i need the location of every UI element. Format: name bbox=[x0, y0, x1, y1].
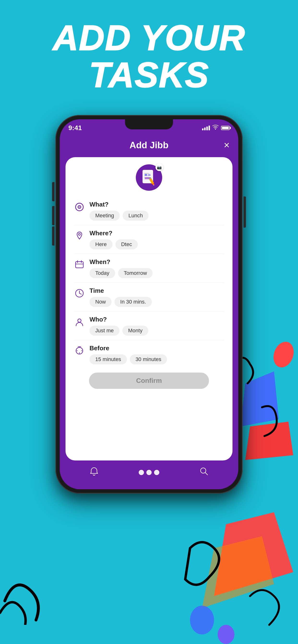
before-icon bbox=[74, 344, 85, 356]
when-label: When? bbox=[89, 258, 224, 266]
chip-here[interactable]: Here bbox=[89, 239, 112, 250]
where-content: Where? Here Dtec bbox=[89, 230, 224, 250]
chip-in30[interactable]: In 30 mins. bbox=[114, 297, 152, 307]
what-chips: Meeting Lunch bbox=[89, 210, 224, 221]
form-row-what: What? Meeting Lunch bbox=[74, 196, 224, 225]
chip-now[interactable]: Now bbox=[89, 297, 112, 307]
svg-marker-1 bbox=[240, 371, 279, 426]
chip-monty[interactable]: Monty bbox=[122, 326, 148, 336]
status-time: 9:41 bbox=[68, 124, 82, 132]
form-row-when: When? Today Tomorrow bbox=[74, 254, 224, 283]
chip-15min[interactable]: 15 minutes bbox=[89, 354, 127, 364]
title-line1: ADD YOUR bbox=[14, 19, 284, 56]
chip-dtec[interactable]: Dtec bbox=[115, 239, 138, 250]
nav-notifications[interactable] bbox=[89, 466, 99, 479]
svg-rect-8 bbox=[144, 173, 149, 174]
phone-frame: 9:41 bbox=[55, 115, 243, 494]
when-icon bbox=[74, 258, 85, 270]
phone-notch bbox=[125, 119, 173, 130]
svg-rect-12 bbox=[148, 174, 151, 176]
what-content: What? Meeting Lunch bbox=[89, 201, 224, 221]
chip-justme[interactable]: Just me bbox=[89, 326, 119, 336]
deco-shapes-bottom-left bbox=[0, 529, 72, 625]
svg-marker-2 bbox=[245, 422, 293, 460]
time-chips: Now In 30 mins. bbox=[89, 297, 224, 307]
who-label: Who? bbox=[89, 316, 224, 323]
deco-shapes-bottom bbox=[178, 500, 298, 644]
svg-point-5 bbox=[190, 606, 214, 634]
app-icon-container: 📷 bbox=[74, 164, 224, 191]
camera-badge[interactable]: 📷 bbox=[156, 164, 163, 171]
time-label: Time bbox=[89, 287, 224, 294]
battery-icon bbox=[221, 126, 230, 130]
svg-point-22 bbox=[79, 206, 80, 208]
svg-point-31 bbox=[78, 319, 81, 322]
confirm-section: Confirm bbox=[74, 372, 224, 389]
svg-point-6 bbox=[218, 625, 234, 644]
wifi-icon bbox=[212, 125, 219, 131]
signal-icon bbox=[202, 126, 210, 130]
form-row-time: Time Now In 30 mins. bbox=[74, 283, 224, 312]
form-row-where: Where? Here Dtec bbox=[74, 225, 224, 254]
app-icon-circle: 📷 bbox=[136, 164, 162, 191]
chip-tomorrow[interactable]: Tomorrow bbox=[118, 268, 153, 278]
app-header: Add Jibb × bbox=[60, 136, 238, 155]
main-card: 📷 What? bbox=[66, 157, 232, 460]
bottom-nav bbox=[60, 460, 238, 489]
phone-screen: 9:41 bbox=[60, 119, 238, 489]
what-label: What? bbox=[89, 201, 224, 208]
chip-today[interactable]: Today bbox=[89, 268, 115, 278]
where-label: Where? bbox=[89, 230, 224, 237]
form-row-who: Who? Just me Monty bbox=[74, 312, 224, 340]
where-icon bbox=[74, 230, 85, 241]
svg-point-0 bbox=[270, 339, 297, 370]
nav-search[interactable] bbox=[199, 466, 209, 479]
chip-meeting[interactable]: Meeting bbox=[89, 210, 120, 221]
svg-point-23 bbox=[78, 233, 80, 235]
who-icon bbox=[74, 316, 85, 327]
header-title: Add Jibb bbox=[129, 140, 169, 150]
svg-line-30 bbox=[79, 293, 81, 294]
form-row-before: Before 15 minutes 30 minutes bbox=[74, 340, 224, 369]
confirm-button[interactable]: Confirm bbox=[89, 372, 209, 389]
who-chips: Just me Monty bbox=[89, 326, 224, 336]
svg-rect-24 bbox=[76, 262, 83, 268]
close-button[interactable]: × bbox=[224, 140, 230, 150]
page-title: ADD YOUR TASKS bbox=[14, 19, 284, 94]
nav-dots[interactable] bbox=[139, 470, 159, 475]
when-chips: Today Tomorrow bbox=[89, 268, 224, 278]
title-line2: TASKS bbox=[14, 56, 284, 94]
chip-lunch[interactable]: Lunch bbox=[123, 210, 148, 221]
status-icons bbox=[202, 125, 230, 131]
when-content: When? Today Tomorrow bbox=[89, 258, 224, 278]
svg-rect-11 bbox=[145, 174, 147, 176]
what-icon bbox=[74, 201, 85, 212]
where-chips: Here Dtec bbox=[89, 239, 224, 250]
before-label: Before bbox=[89, 344, 224, 352]
before-chips: 15 minutes 30 minutes bbox=[89, 354, 224, 364]
chip-30min[interactable]: 30 minutes bbox=[130, 354, 167, 364]
time-content: Time Now In 30 mins. bbox=[89, 287, 224, 307]
before-content: Before 15 minutes 30 minutes bbox=[89, 344, 224, 364]
who-content: Who? Just me Monty bbox=[89, 316, 224, 336]
svg-line-33 bbox=[205, 472, 208, 475]
time-icon bbox=[74, 287, 85, 298]
